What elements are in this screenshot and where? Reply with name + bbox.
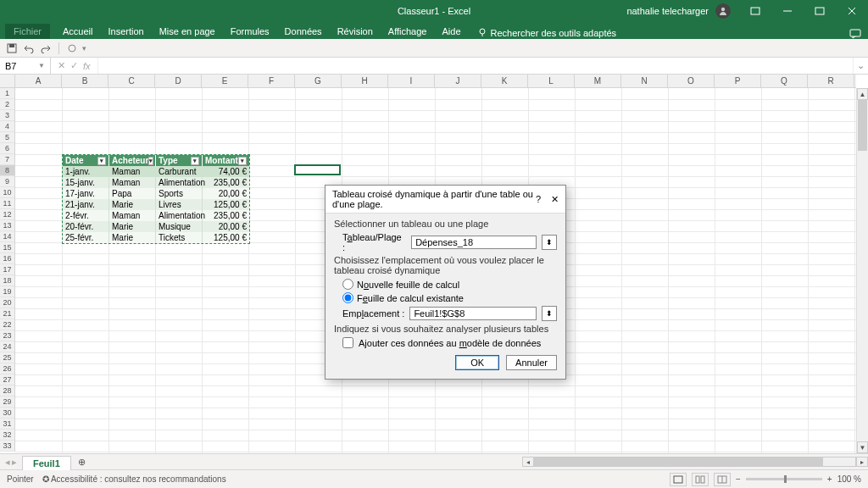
row-header[interactable]: 12 [0,209,14,220]
column-header[interactable]: A [15,75,62,87]
table-cell[interactable]: Maman [109,166,156,177]
row-header[interactable]: 25 [0,352,14,363]
tab-insertion[interactable]: Insertion [100,24,151,39]
comments-icon[interactable] [849,29,861,39]
expand-formula-bar-icon[interactable]: ⌄ [853,58,868,74]
touch-mode-icon[interactable] [65,42,79,55]
tell-me-search[interactable]: Rechercher des outils adaptés [477,27,617,39]
column-header[interactable]: C [108,75,155,87]
column-header[interactable]: E [202,75,248,87]
name-box[interactable]: B7 ▼ [0,58,51,74]
table-cell[interactable]: Sports [156,188,203,199]
table-cell[interactable]: 17-janv. [63,188,109,199]
table-header-cell[interactable]: Acheteur▾ [109,155,156,166]
table-cell[interactable]: 125,00 € [203,232,249,243]
column-header[interactable]: L [528,75,575,87]
column-header[interactable]: P [715,75,761,87]
radio-new-sheet[interactable] [342,279,353,290]
table-cell[interactable]: 21-janv. [63,199,109,210]
table-row[interactable]: 17-janv.PapaSports20,00 € [63,188,249,199]
table-header-cell[interactable]: Montant▾ [203,155,249,166]
table-cell[interactable]: Marie [109,199,156,210]
row-header[interactable]: 32 [0,430,14,441]
filter-icon[interactable]: ▾ [238,157,247,165]
redo-icon[interactable] [39,42,53,55]
column-header[interactable]: N [621,75,668,87]
row-header[interactable]: 27 [0,374,14,385]
dialog-help-icon[interactable]: ? [536,194,541,204]
table-cell[interactable]: Maman [109,210,156,221]
maximize-icon[interactable] [804,0,836,22]
table-cell[interactable]: 235,00 € [203,177,249,188]
sheet-nav-next-icon[interactable]: ▸ [12,457,17,468]
column-header[interactable]: R [808,75,854,87]
row-header[interactable]: 6 [0,143,14,154]
enter-formula-icon[interactable]: ✓ [70,60,78,71]
add-sheet-icon[interactable]: ⊕ [75,457,90,468]
row-header[interactable]: 7 [0,154,14,165]
user-avatar-icon[interactable] [715,3,731,19]
table-header-cell[interactable]: Date▾ [63,155,109,166]
active-cell[interactable] [294,164,341,175]
row-header[interactable]: 24 [0,341,14,352]
row-header[interactable]: 16 [0,253,14,264]
row-header[interactable]: 1 [0,88,14,99]
row-header[interactable]: 15 [0,242,14,253]
table-row[interactable]: 20-févr.MarieMusique20,00 € [63,221,249,232]
tab-mise-en-page[interactable]: Mise en page [152,24,223,39]
emplacement-input[interactable] [409,307,537,320]
row-header[interactable]: 14 [0,231,14,242]
row-header[interactable]: 8 [0,165,14,176]
table-cell[interactable]: 20-févr. [63,221,109,232]
row-header[interactable]: 4 [0,121,14,132]
row-header[interactable]: 26 [0,363,14,374]
zoom-level[interactable]: 100 % [837,474,861,484]
sheet-nav-prev-icon[interactable]: ◂ [5,457,10,468]
cancel-button[interactable]: Annuler [506,355,557,370]
row-header[interactable]: 3 [0,110,14,121]
table-cell[interactable]: Maman [109,177,156,188]
table-cell[interactable]: Musique [156,221,203,232]
row-header[interactable]: 5 [0,132,14,143]
row-header[interactable]: 10 [0,187,14,198]
table-cell[interactable]: 74,00 € [203,166,249,177]
scroll-left-icon[interactable]: ◂ [522,457,534,467]
filter-icon[interactable]: ▾ [148,157,153,165]
row-header[interactable]: 29 [0,396,14,408]
scroll-right-icon[interactable]: ▸ [856,457,868,467]
row-header[interactable]: 30 [0,408,14,419]
column-header[interactable]: M [575,75,621,87]
scroll-down-icon[interactable]: ▼ [857,441,868,453]
close-icon[interactable] [836,0,868,22]
scroll-thumb-vertical[interactable] [858,100,867,151]
table-cell[interactable]: 2-févr. [63,210,109,221]
table-range-input[interactable] [411,236,537,249]
zoom-in-icon[interactable]: + [827,474,832,484]
column-header[interactable]: I [388,75,435,87]
row-header[interactable]: 28 [0,385,14,396]
dialog-close-icon[interactable]: ✕ [551,194,559,205]
add-to-data-model-checkbox[interactable] [342,337,353,348]
column-headers[interactable]: ABCDEFGHIJKLMNOPQR [15,75,856,88]
view-normal-icon[interactable] [670,473,687,486]
row-header[interactable]: 2 [0,99,14,110]
row-header[interactable]: 22 [0,319,14,330]
undo-icon[interactable] [22,42,36,55]
cancel-formula-icon[interactable]: ✕ [58,60,65,71]
tab-revision[interactable]: Révision [330,24,381,39]
radio-existing-sheet[interactable] [342,292,353,303]
table-cell[interactable]: Carburant [156,166,203,177]
table-row[interactable]: 21-janv.MarieLivres125,00 € [63,199,249,210]
row-header[interactable]: 18 [0,275,14,286]
vertical-scrollbar[interactable]: ▲ ▼ [856,88,868,453]
column-header[interactable]: K [481,75,528,87]
column-header[interactable]: Q [761,75,808,87]
column-header[interactable]: H [342,75,388,87]
table-row[interactable]: 2-févr.MamanAlimentation235,00 € [63,210,249,221]
data-table[interactable]: Date▾Acheteur▾Type▾Montant▾1-janv.MamanC… [62,154,250,244]
tab-file[interactable]: Fichier [5,24,50,39]
scroll-up-icon[interactable]: ▲ [857,88,868,100]
zoom-out-icon[interactable]: − [736,474,741,484]
column-header[interactable]: O [668,75,715,87]
view-page-layout-icon[interactable] [692,473,709,486]
